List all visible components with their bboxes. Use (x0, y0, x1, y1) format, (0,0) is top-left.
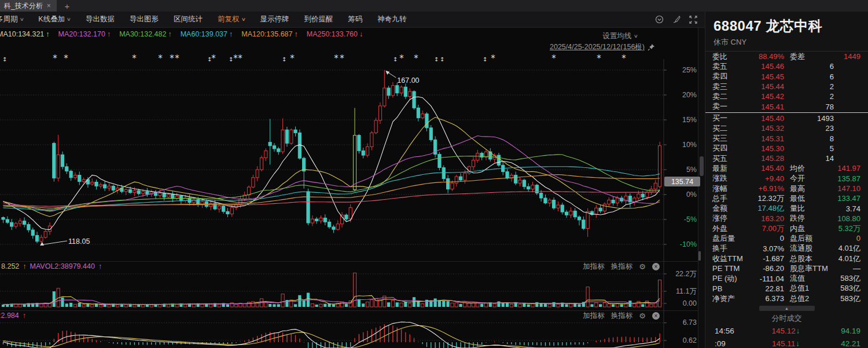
event-marker: ↕ (434, 56, 439, 63)
axis-label: 20% (682, 91, 697, 99)
volume-pane-controls: 加指标 换指标 ⚙ × (583, 262, 660, 272)
event-marker: * (334, 53, 339, 64)
ask-row: 卖三145.442 (705, 82, 868, 91)
event-marker: * (621, 53, 626, 64)
toolbar-item-9[interactable]: 神奇九转 (377, 14, 406, 24)
ma-settings-dropdown[interactable]: 设置均线∨ (602, 31, 638, 41)
event-marker: * (491, 53, 495, 64)
toolbar-item-3[interactable]: 导出图形 (130, 14, 159, 24)
up-arrow-icon: ↑ (98, 262, 102, 270)
stat-row: 净资产6.373总值2583亿 (705, 294, 868, 303)
toolbar-item-1[interactable]: K线叠加∨ (38, 14, 71, 24)
last-price-tag: 135.74 (664, 177, 700, 186)
add-indicator-button[interactable]: 加指标 (583, 262, 605, 272)
ma-legend-item-3: MA60:139.037↑ (181, 30, 233, 38)
trade-row: 14:56145.12↓94.19 (705, 324, 868, 337)
date-range-link[interactable]: 2025/4/25-2025/12/12(156根) (550, 42, 655, 52)
new-tab-button[interactable]: + (57, 0, 78, 12)
switch-indicator-button[interactable]: 换指标 (611, 311, 633, 321)
toolbar-item-8[interactable]: 筹码 (348, 14, 362, 24)
event-marker: * (211, 53, 216, 64)
quote-header: 688047 龙芯中科 休市 CNY (705, 12, 868, 52)
toolbar-item-4[interactable]: 区间统计 (174, 14, 203, 24)
ask-row: 卖五145.466 (705, 61, 868, 71)
stat-row: 盘后量0盘后额0 (705, 233, 868, 243)
event-marker: ↕ (282, 56, 286, 63)
chevron-down-icon: ∨ (19, 17, 24, 22)
event-marker: * (597, 53, 601, 64)
macd-indicator-label[interactable]: :2.984 ↑ (0, 312, 26, 320)
ma-legend-item-2: MA30:132.482↑ (119, 30, 172, 38)
gear-icon[interactable]: ⚙ (639, 262, 646, 271)
event-marker: * (340, 53, 344, 64)
svg-text:118.05: 118.05 (68, 237, 90, 246)
volume-indicator-label[interactable]: 8.252 ↑ MAVOL2:38979.440 ↑ (1, 262, 102, 270)
chart-column: 多周期∨K线叠加∨导出数据导出图形区间统计前复权∨显示停牌到价提醒筹码神奇九转 … (0, 12, 705, 348)
stat-row: 涨停163.20跌停108.80 (705, 214, 868, 224)
history-circle-icon[interactable] (655, 15, 664, 24)
up-arrow-icon: ↑ (23, 312, 26, 320)
ma-legend-item-5: MA250:133.760↓ (307, 30, 363, 38)
axis-label: 11.1万 (676, 287, 697, 296)
event-marker: ↕ (393, 56, 398, 63)
bid-row: 买五145.2814 (705, 153, 868, 163)
close-pane-icon[interactable]: × (652, 312, 660, 320)
fullscreen-icon[interactable] (689, 16, 697, 24)
event-marker: * (233, 53, 238, 64)
toolbar-item-2[interactable]: 导出数据 (86, 14, 115, 24)
event-marker: * (64, 53, 68, 64)
trades-list[interactable]: 14:56145.12↓94.19:09145.11↓42.21:10145.1… (705, 324, 868, 348)
event-marker: ↕ (440, 56, 444, 63)
toolbar-item-0[interactable]: 多周期∨ (0, 14, 23, 24)
panel-collapse-handle[interactable]: ▲ (705, 305, 868, 312)
toolbar-item-7[interactable]: 到价提醒 (304, 14, 333, 24)
axis-label: 22.2万 (675, 269, 697, 279)
bid-row: 买四145.305 (705, 144, 868, 153)
bid-row: 买三145.318 (705, 133, 868, 143)
add-indicator-button[interactable]: 加指标 (583, 311, 605, 321)
toolbar-item-6[interactable]: 显示停牌 (260, 14, 289, 24)
toolbar-item-5[interactable]: 前复权∨ (218, 14, 245, 24)
event-marker: ↕ (2, 56, 7, 63)
stat-row: 涨幅+6.91%最高147.10 (705, 184, 868, 193)
event-marker: ↕ (483, 56, 487, 63)
stat-row: 最新145.40均价141.97 (705, 163, 868, 173)
axis-label: 5% (686, 166, 697, 174)
stat-row: 换手3.07%流通股4.01亿 (705, 244, 868, 254)
market-status: 休市 CNY (713, 37, 860, 51)
chart-stack: ↕******↕*↕**↕***↕**↕↕↕****167.00118.05 M… (0, 28, 705, 348)
switch-indicator-button[interactable]: 换指标 (611, 262, 633, 272)
axis-label: 15% (682, 116, 697, 124)
chart-toolbar: 多周期∨K线叠加∨导出数据导出图形区间统计前复权∨显示停牌到价提醒筹码神奇九转 (0, 12, 705, 28)
chevron-down-icon: ∨ (67, 17, 71, 22)
ma-legend-item-0: MA10:134.321↑ (0, 30, 50, 38)
axis-label: -5% (684, 215, 697, 224)
chevron-down-icon: ∨ (634, 34, 638, 39)
kline-chart[interactable]: ↕******↕*↕**↕***↕**↕↕↕****167.00118.05 (0, 28, 705, 348)
quote-panel: 688047 龙芯中科 休市 CNY 委比 88.49% 委差 1449 卖五1… (705, 12, 868, 348)
axis-label: 0% (686, 191, 697, 199)
stat-row: PE TTM-86.20股息率TTM— (705, 263, 868, 273)
stat-row: PE (动)-111.04流值583亿 (705, 274, 868, 284)
close-pane-icon[interactable]: × (652, 263, 660, 270)
event-marker: * (238, 53, 242, 64)
collapse-arrow-icon: ▲ (785, 306, 789, 310)
weibi-row: 委比 88.49% 委差 1449 (705, 52, 868, 61)
tab-bar: 科_技术分析 × + (0, 0, 868, 12)
ask-row: 卖一145.4178 (705, 101, 868, 111)
ma-legend: MA10:134.321↑MA20:132.170↑MA30:132.482↑M… (0, 30, 363, 38)
ma-legend-item-4: MA120:135.687↑ (241, 30, 298, 38)
pin-icon[interactable] (648, 43, 655, 51)
event-marker: * (290, 53, 295, 64)
brush-icon[interactable] (672, 16, 681, 24)
tab-technical-analysis[interactable]: 科_技术分析 × (0, 0, 57, 12)
event-marker: * (132, 53, 137, 64)
tab-close-icon[interactable]: × (47, 2, 51, 10)
event-marker: * (175, 53, 179, 64)
event-marker: * (399, 53, 404, 64)
event-marker: ↕ (229, 56, 233, 63)
tab-label: 科_技术分析 (4, 1, 43, 11)
gear-icon[interactable]: ⚙ (639, 312, 646, 320)
stat-row: 总手12.32万最低133.47 (705, 193, 868, 203)
bid-row: 买一145.401493 (705, 113, 868, 123)
